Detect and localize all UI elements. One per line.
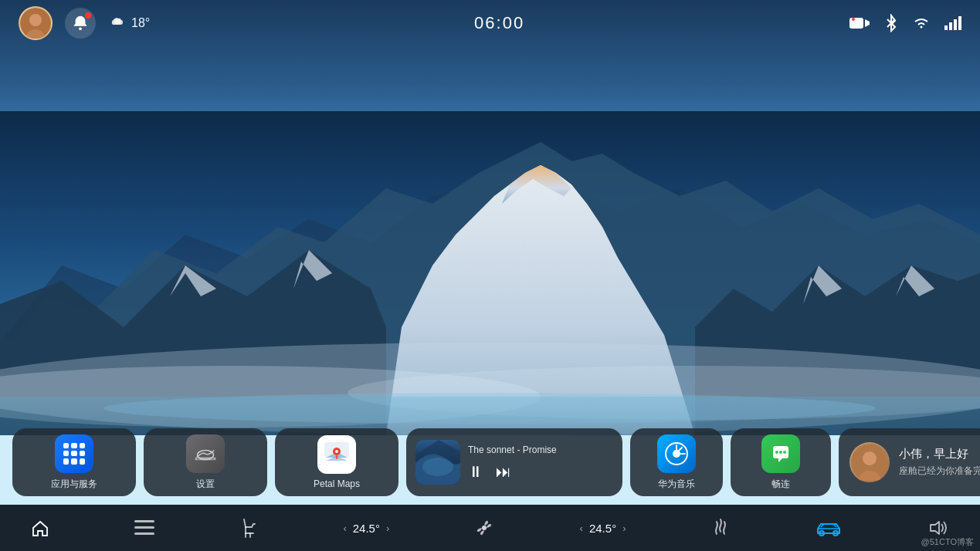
album-art [415,440,460,485]
greeting-text: 小伟，早上好 座舱已经为你准备完毕 [899,447,980,478]
svg-rect-14 [944,25,948,30]
svg-rect-11 [849,18,863,29]
petal-maps-label: Petal Maps [314,478,360,489]
status-bar: 18° 06:00 [0,0,980,46]
status-left: 18° [19,6,150,40]
wifi-icon[interactable] [912,16,931,30]
weather-icon [108,14,127,32]
notification-dot [85,12,91,19]
temp-right-increase[interactable]: › [622,522,626,534]
settings-icon [186,434,225,473]
dock-petal-maps[interactable]: Petal Maps [275,428,398,496]
svg-rect-38 [134,532,154,535]
svg-point-13 [852,18,855,21]
menu-button[interactable] [134,519,154,536]
svg-point-34 [863,451,877,465]
connect-label: 畅连 [771,478,790,491]
time-display: 06:00 [474,13,524,33]
signal-icon [944,16,961,30]
dock-settings[interactable]: 设置 [144,428,267,496]
temp-right-control: ‹ 24.5° › [580,522,626,535]
volume-button[interactable] [927,519,949,536]
dock-connect[interactable]: 畅连 [731,428,831,496]
svg-point-32 [783,451,786,454]
temp-right-value: 24.5° [589,522,616,535]
svg-point-25 [335,450,338,453]
maps-icon [317,435,356,474]
greeting-avatar [849,442,890,482]
connect-icon [761,434,800,473]
svg-rect-15 [949,22,952,30]
car-button[interactable] [815,519,843,536]
greeting-name: 小伟，早上好 [899,447,980,461]
seat-button[interactable] [239,518,258,538]
bluetooth-icon[interactable] [884,14,898,32]
svg-point-9 [79,28,82,31]
svg-rect-16 [954,19,957,30]
status-right [849,14,961,32]
mountain-svg [0,111,980,435]
control-bar: ‹ 24.5° › ‹ 24.5° › [0,505,980,551]
svg-point-7 [29,14,42,26]
notification-icon[interactable] [65,8,96,39]
music-title: The sonnet - Promise [468,445,613,455]
dock-huawei-music[interactable]: 华为音乐 [630,428,723,496]
music-controls: ⏸ ⏭ [468,463,613,481]
temp-left-increase[interactable]: › [386,522,389,534]
record-icon[interactable] [849,15,870,31]
apps-icon [55,434,93,473]
svg-point-26 [422,458,453,476]
svg-marker-12 [865,19,870,27]
greeting-subtitle: 座舱已经为你准备完毕 [899,465,980,478]
music-player-card[interactable]: The sonnet - Promise ⏸ ⏭ [406,428,622,496]
svg-point-30 [775,451,778,454]
temp-left-control: ‹ 24.5° › [343,522,389,535]
temp-left-decrease[interactable]: ‹ [343,522,346,534]
next-button[interactable]: ⏭ [496,463,511,481]
dock-app-services[interactable]: 应用与服务 [12,428,136,496]
status-center: 06:00 [150,13,849,33]
svg-point-5 [103,393,876,424]
weather-info: 18° [108,14,150,32]
avatar[interactable] [19,6,53,40]
svg-rect-37 [134,526,154,529]
temperature: 18° [131,16,150,30]
svg-marker-43 [931,522,939,534]
heat-button[interactable] [711,518,730,538]
dock-area: 应用与服务 设置 Petal M [0,420,980,505]
temp-right-decrease[interactable]: ‹ [580,522,583,534]
temp-left-value: 24.5° [353,522,380,535]
svg-rect-36 [134,520,154,522]
app-services-label: 应用与服务 [51,478,97,491]
huawei-music-label: 华为音乐 [658,478,695,491]
home-button[interactable] [31,519,49,537]
music-info: The sonnet - Promise ⏸ ⏭ [468,445,613,481]
watermark: @51CTO博客 [921,536,974,548]
greeting-card[interactable]: 小伟，早上好 座舱已经为你准备完毕 [839,428,980,496]
settings-label: 设置 [196,478,215,491]
fan-button[interactable] [474,518,494,538]
huawei-music-icon [657,434,696,473]
svg-rect-17 [958,16,961,30]
svg-point-31 [779,451,782,454]
pause-button[interactable]: ⏸ [468,463,483,481]
svg-point-39 [482,526,487,530]
